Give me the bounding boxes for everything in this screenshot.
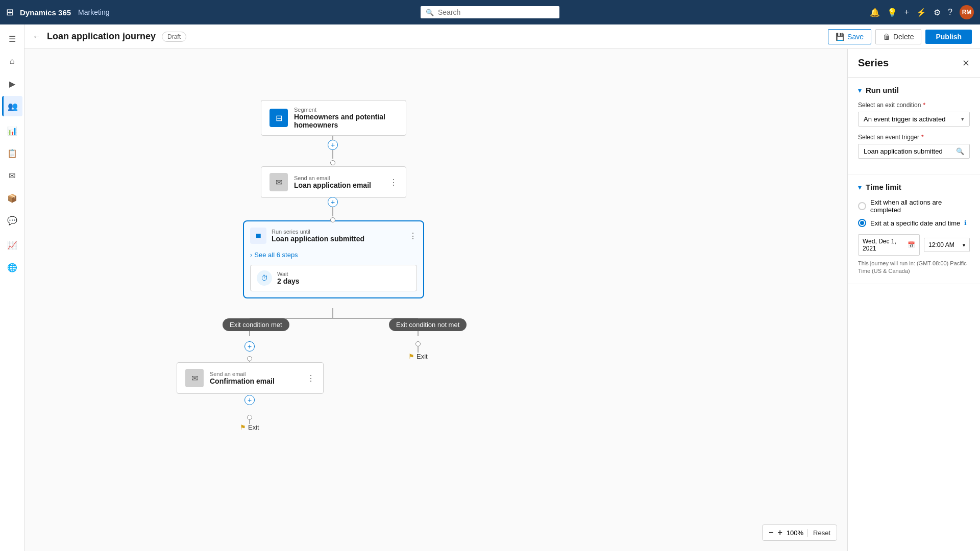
exit-all-radio-circle xyxy=(858,202,866,210)
page-toolbar: ← Loan application journey Draft 💾 Save … xyxy=(24,24,980,49)
settings-icon[interactable]: ⚙ xyxy=(934,8,941,17)
segment-node[interactable]: ⊟ Segment Homeowners and potential homeo… xyxy=(261,100,406,136)
exit-specific-radio-circle xyxy=(858,219,866,227)
see-all-steps[interactable]: › See all 6 steps xyxy=(250,249,417,261)
sidebar-item-menu[interactable]: ☰ xyxy=(2,29,22,49)
sidebar-item-assets[interactable]: 📦 xyxy=(2,188,22,208)
add-node-1[interactable]: + xyxy=(328,140,338,150)
app-module: Marketing xyxy=(78,8,109,16)
wait-icon: ⏱ xyxy=(257,270,272,286)
sidebar-item-segments[interactable]: 📊 xyxy=(2,120,22,141)
time-limit-toggle[interactable]: ▾ Time limit xyxy=(858,183,970,191)
flag-icon-2: ⚑ xyxy=(408,353,414,360)
app-name: Dynamics 365 xyxy=(20,8,71,17)
confirmation-icon: ✉ xyxy=(185,369,204,387)
publish-button[interactable]: Publish xyxy=(925,30,972,44)
exit-not-met-pill[interactable]: Exit condition not met xyxy=(389,318,467,331)
connector-left xyxy=(247,356,252,361)
add-node-2[interactable]: + xyxy=(328,197,338,207)
sidebar-item-play[interactable]: ▶ xyxy=(2,73,22,94)
grid-icon[interactable]: ⊞ xyxy=(6,7,14,18)
icon-sidebar: ☰ ⌂ ▶ 👥 📊 📋 ✉ 📦 💬 📈 🌐 xyxy=(0,24,24,551)
wait-node[interactable]: ⏱ Wait 2 days xyxy=(250,265,417,291)
avatar[interactable]: RM xyxy=(960,5,974,19)
add-node-left[interactable]: + xyxy=(244,341,255,352)
zoom-controls: − + 100% Reset xyxy=(762,524,837,541)
run-series-node[interactable]: ⏹ Run series until Loan application subm… xyxy=(243,220,424,298)
zoom-level: 100% xyxy=(787,529,803,537)
exit-type-radio-group: Exit when all actions are completed Exit… xyxy=(858,198,970,227)
exit-flag-1: ⚑ Exit xyxy=(240,423,259,431)
draft-badge: Draft xyxy=(162,32,186,42)
sidebar-item-settings2[interactable]: 🌐 xyxy=(2,257,22,278)
exit-condition-dropdown[interactable]: An event trigger is activated ▾ xyxy=(858,112,970,127)
sidebar-item-chat[interactable]: 💬 xyxy=(2,210,22,231)
search-bar[interactable]: 🔍 xyxy=(421,6,559,18)
run-until-title: Run until xyxy=(866,86,899,94)
sidebar-item-analytics[interactable]: 📈 xyxy=(2,235,22,255)
sidebar-item-home[interactable]: ⌂ xyxy=(2,51,22,71)
toggle-icon: ▾ xyxy=(858,86,862,94)
journey-canvas: ⊟ Segment Homeowners and potential homeo… xyxy=(24,49,847,551)
connector-1 xyxy=(330,160,335,165)
filter-icon[interactable]: ⚡ xyxy=(916,8,926,17)
exit-all-radio[interactable]: Exit when all actions are completed xyxy=(858,198,970,214)
sidebar-item-email[interactable]: ✉ xyxy=(2,165,22,186)
series-icon: ⏹ xyxy=(250,228,266,244)
connector-right xyxy=(415,341,421,346)
segment-icon: ⊟ xyxy=(270,109,288,127)
sidebar-item-forms[interactable]: 📋 xyxy=(2,143,22,163)
event-trigger-label: Select an event trigger * xyxy=(858,134,970,141)
zoom-in-button[interactable]: + xyxy=(777,528,782,537)
confirmation-menu[interactable]: ⋮ xyxy=(307,373,315,383)
page-title: Loan application journey xyxy=(47,31,156,42)
lightbulb-icon[interactable]: 💡 xyxy=(887,8,897,17)
help-icon[interactable]: ? xyxy=(948,8,952,17)
calendar-icon: 📅 xyxy=(908,241,915,248)
exit-flag-2: ⚑ Exit xyxy=(408,353,428,360)
time-toggle-icon: ▾ xyxy=(858,183,862,191)
exit-condition-label: Select an exit condition * xyxy=(858,102,970,109)
series-menu[interactable]: ⋮ xyxy=(409,231,417,241)
plus-icon[interactable]: + xyxy=(904,8,909,17)
connector-2 xyxy=(330,217,335,222)
panel-title: Series xyxy=(858,57,889,69)
expand-icon: › xyxy=(250,251,252,259)
run-until-toggle[interactable]: ▾ Run until xyxy=(858,86,970,94)
date-time-row: Wed, Dec 1, 2021 📅 12:00 AM ▾ xyxy=(858,234,970,256)
zoom-out-button[interactable]: − xyxy=(769,528,773,537)
email-node[interactable]: ✉ Send an email Loan application email ⋮ xyxy=(261,166,406,198)
confirmation-email-node[interactable]: ✉ Send an email Confirmation email ⋮ xyxy=(177,362,324,394)
chevron-down-time-icon: ▾ xyxy=(963,242,965,248)
delete-icon: 🗑 xyxy=(883,33,890,41)
notification-icon[interactable]: 🔔 xyxy=(870,8,880,17)
search-input[interactable] xyxy=(438,8,540,16)
save-icon: 💾 xyxy=(836,33,844,41)
connector-bottom-left xyxy=(247,415,252,420)
exit-met-pill[interactable]: Exit condition met xyxy=(223,318,289,331)
date-picker[interactable]: Wed, Dec 1, 2021 📅 xyxy=(858,234,920,256)
delete-button[interactable]: 🗑 Delete xyxy=(875,29,921,44)
panel-close-button[interactable]: ✕ xyxy=(962,58,970,69)
topnav: ⊞ Dynamics 365 Marketing 🔍 🔔 💡 + ⚡ ⚙ ? R… xyxy=(0,0,980,24)
timezone-note: This journey will run in: (GMT-08:00) Pa… xyxy=(858,260,970,276)
exit-specific-radio[interactable]: Exit at a specific date and time ℹ xyxy=(858,219,970,227)
sidebar-item-journeys[interactable]: 👥 xyxy=(2,96,22,116)
save-button[interactable]: 💾 Save xyxy=(828,29,871,44)
time-picker[interactable]: 12:00 AM ▾ xyxy=(924,238,970,252)
zoom-reset-button[interactable]: Reset xyxy=(807,529,830,537)
event-trigger-search[interactable]: Loan application submitted 🔍 xyxy=(858,144,970,159)
email-icon: ✉ xyxy=(270,173,288,191)
email-node-menu[interactable]: ⋮ xyxy=(389,178,398,187)
time-limit-title: Time limit xyxy=(866,183,901,191)
add-node-bottom-left[interactable]: + xyxy=(244,395,255,405)
topnav-actions: 🔔 💡 + ⚡ ⚙ ? RM xyxy=(870,5,974,19)
search-icon: 🔍 xyxy=(426,9,434,16)
info-icon[interactable]: ℹ xyxy=(964,219,967,227)
chevron-down-icon: ▾ xyxy=(961,116,964,122)
flag-icon-1: ⚑ xyxy=(240,423,246,431)
search-icon: 🔍 xyxy=(956,147,964,155)
back-button[interactable]: ← xyxy=(33,32,41,41)
series-panel: Series ✕ ▾ Run until Select an exit cond… xyxy=(847,49,980,551)
